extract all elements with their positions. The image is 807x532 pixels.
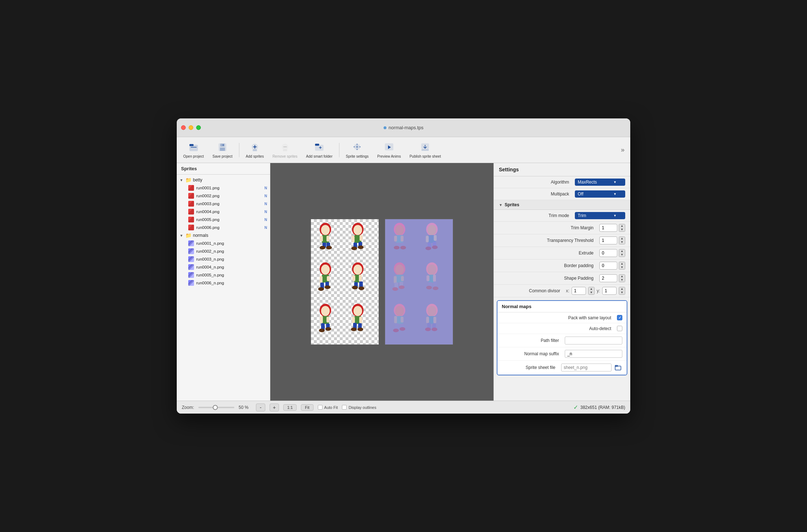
svg-rect-110 (401, 317, 404, 323)
multipack-label: Multipack (499, 191, 572, 197)
list-item[interactable]: run0005_n.png (177, 271, 270, 279)
list-item[interactable]: run0002_n.png (177, 247, 270, 255)
path-filter-input[interactable] (565, 337, 622, 344)
sprite-sheet-file-input[interactable] (561, 364, 612, 371)
auto-detect-row: Auto-detect (497, 323, 627, 334)
common-divisor-x-input[interactable] (572, 287, 586, 295)
extrude-decrement[interactable]: ▼ (619, 253, 625, 257)
trim-margin-control: ▲ ▼ (599, 224, 625, 232)
normal-map-suffix-input[interactable] (565, 350, 622, 358)
add-sprites-button[interactable]: Add sprites (242, 139, 267, 161)
title-dot (384, 126, 387, 129)
svg-rect-83 (434, 235, 437, 241)
list-item[interactable]: run0005.png N (177, 216, 270, 224)
zoom-minus-button[interactable]: - (256, 403, 265, 411)
svg-rect-6 (253, 149, 257, 151)
common-divisor-x-increment[interactable]: ▲ (589, 287, 594, 291)
normal-maps-section: Normal maps Pack with same layout Auto-d… (497, 300, 627, 375)
traffic-lights (181, 125, 201, 130)
common-divisor-y-increment[interactable]: ▲ (619, 287, 625, 291)
extrude-increment[interactable]: ▲ (619, 249, 625, 253)
transparency-threshold-label: Transparency Threshold (499, 238, 596, 243)
common-divisor-x-decrement[interactable]: ▼ (589, 291, 594, 294)
status-bar: Zoom: 50 % - + 1:1 Fit Auto Fit Display … (177, 401, 630, 414)
maximize-button[interactable] (196, 125, 201, 130)
zoom-slider[interactable] (198, 407, 234, 408)
zoom-1to1-button[interactable]: 1:1 (283, 404, 297, 411)
list-item[interactable]: run0004_n.png (177, 263, 270, 271)
list-item[interactable]: run0001.png N (177, 184, 270, 192)
border-padding-input[interactable] (599, 262, 617, 270)
item-badge: N (265, 202, 267, 206)
remove-sprites-button[interactable]: Remove sprites (269, 139, 301, 161)
shape-padding-increment[interactable]: ▲ (619, 275, 625, 278)
save-project-button[interactable]: Save project (209, 139, 236, 161)
sprite-settings-button[interactable]: Sprite settings (342, 139, 372, 161)
fit-button[interactable]: Fit (301, 404, 313, 411)
svg-rect-82 (426, 236, 429, 242)
open-project-label: Open project (183, 154, 204, 158)
svg-point-116 (428, 306, 436, 316)
sprites-section-title: Sprites (505, 202, 519, 207)
list-item[interactable]: run0004.png N (177, 208, 270, 216)
algorithm-select[interactable]: MaxRects ▼ (575, 179, 625, 186)
add-smart-folder-label: Add smart folder (306, 154, 332, 158)
normal-icon (188, 248, 194, 254)
auto-detect-checkbox[interactable] (617, 326, 622, 331)
list-item[interactable]: run0001_n.png (177, 239, 270, 247)
transparency-threshold-decrement[interactable]: ▼ (619, 240, 625, 244)
trim-margin-decrement[interactable]: ▼ (619, 228, 625, 231)
display-outlines-label[interactable]: Display outlines (342, 405, 376, 410)
list-item[interactable]: run0003.png N (177, 200, 270, 208)
add-smart-folder-button[interactable]: Add smart folder (302, 139, 336, 161)
svg-point-42 (325, 285, 330, 289)
close-button[interactable] (181, 125, 186, 130)
list-item[interactable]: run0002.png N (177, 192, 270, 200)
svg-point-71 (395, 225, 404, 235)
item-label: run0006.png (196, 225, 262, 230)
list-item[interactable]: run0006.png N (177, 224, 270, 231)
trim-margin-increment[interactable]: ▲ (619, 224, 625, 228)
publish-sprite-sheet-button[interactable]: Publish sprite sheet (406, 139, 445, 161)
svg-rect-29 (360, 235, 362, 241)
extrude-input[interactable] (599, 249, 617, 257)
sprite-icon (188, 185, 194, 191)
toolbar-sep-1 (239, 143, 239, 157)
trim-margin-input[interactable] (599, 224, 617, 232)
algorithm-label: Algorithm (499, 180, 572, 185)
zoom-thumb[interactable] (213, 405, 218, 410)
common-divisor-row: Common divisor x: ▲ ▼ y: ▲ ▼ (494, 285, 630, 297)
transparency-threshold-increment[interactable]: ▲ (619, 237, 625, 240)
extrude-label: Extrude (499, 251, 596, 256)
border-padding-decrement[interactable]: ▼ (619, 266, 625, 269)
auto-fit-checkbox[interactable] (318, 405, 323, 410)
preview-anims-button[interactable]: Preview Anims (374, 139, 405, 161)
list-item[interactable]: run0006_n.png (177, 279, 270, 287)
open-project-button[interactable]: Open project (180, 139, 207, 161)
sprite-sheet-file-browse-button[interactable] (614, 363, 622, 372)
zoom-plus-button[interactable]: + (270, 403, 279, 411)
toolbar-more-button[interactable]: » (618, 143, 627, 157)
add-smart-folder-icon (314, 141, 325, 153)
shape-padding-decrement[interactable]: ▼ (619, 278, 625, 282)
minimize-button[interactable] (189, 125, 193, 130)
multipack-select[interactable]: Off ▼ (575, 190, 625, 198)
sprite-icon (188, 217, 194, 222)
svg-rect-4 (220, 148, 225, 151)
list-item[interactable]: run0003_n.png (177, 255, 270, 263)
item-badge: N (265, 194, 267, 198)
display-outlines-checkbox[interactable] (342, 405, 347, 410)
shape-padding-input[interactable] (599, 274, 617, 282)
sidebar-folder-normals[interactable]: ▼ 📁 normals (177, 231, 270, 239)
svg-rect-1 (190, 144, 193, 146)
trim-margin-row: Trim Margin ▲ ▼ (494, 222, 630, 234)
common-divisor-y-input[interactable] (602, 287, 617, 295)
pack-same-layout-checkbox[interactable] (617, 315, 622, 320)
transparency-threshold-input[interactable] (599, 236, 617, 244)
sidebar-folder-betty[interactable]: ▼ 📁 betty (177, 176, 270, 184)
common-divisor-y-decrement[interactable]: ▼ (619, 291, 625, 294)
trim-mode-select[interactable]: Trim ▼ (575, 212, 625, 219)
auto-fit-label[interactable]: Auto Fit (318, 405, 338, 410)
sprites-section-toggle[interactable]: ▼ (499, 203, 502, 207)
border-padding-increment[interactable]: ▲ (619, 262, 625, 266)
